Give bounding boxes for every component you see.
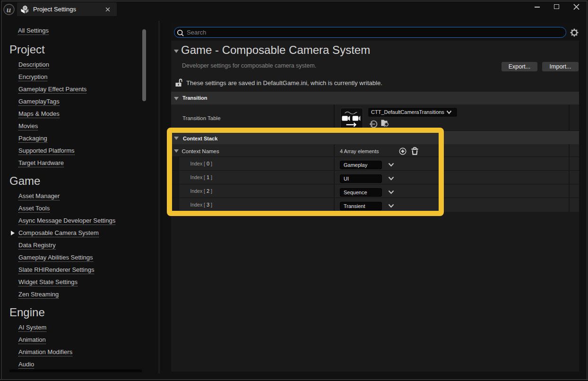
svg-text:u: u [7, 5, 11, 14]
